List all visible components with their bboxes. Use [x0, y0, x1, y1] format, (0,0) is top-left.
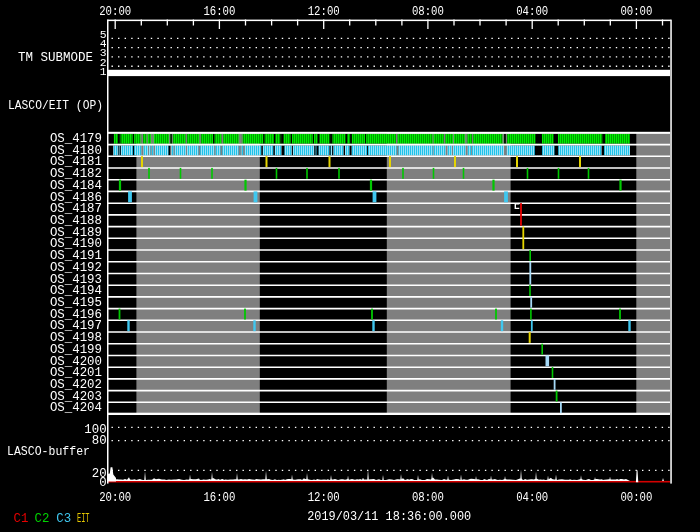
svg-text:20:00: 20:00	[99, 491, 131, 505]
svg-text:00:00: 00:00	[620, 5, 652, 19]
svg-text:16:00: 16:00	[203, 491, 235, 505]
svg-text:08:00: 08:00	[412, 491, 444, 505]
svg-text:12:00: 12:00	[308, 491, 340, 505]
svg-text:1: 1	[100, 66, 107, 78]
svg-text:C1: C1	[14, 512, 29, 526]
svg-text:LASCO-buffer: LASCO-buffer	[7, 445, 90, 459]
svg-text:12:00: 12:00	[308, 5, 340, 19]
svg-text:04:00: 04:00	[516, 491, 548, 505]
svg-text:08:00: 08:00	[412, 5, 444, 19]
svg-text:C2: C2	[35, 512, 50, 526]
svg-text:20:00: 20:00	[99, 5, 131, 19]
svg-text:TM SUBMODE: TM SUBMODE	[18, 51, 93, 65]
svg-text:C3: C3	[56, 512, 71, 526]
svg-text:00:00: 00:00	[620, 491, 652, 505]
svg-text:0: 0	[99, 476, 106, 490]
svg-text:EIT: EIT	[77, 512, 90, 526]
svg-text:2019/03/11 18:36:00.000: 2019/03/11 18:36:00.000	[307, 510, 471, 524]
svg-text:04:00: 04:00	[516, 5, 548, 19]
svg-text:80: 80	[92, 434, 107, 448]
svg-text:OS_4204: OS_4204	[50, 401, 102, 415]
svg-text:16:00: 16:00	[203, 5, 235, 19]
svg-text:LASCO/EIT (OP): LASCO/EIT (OP)	[8, 99, 103, 113]
